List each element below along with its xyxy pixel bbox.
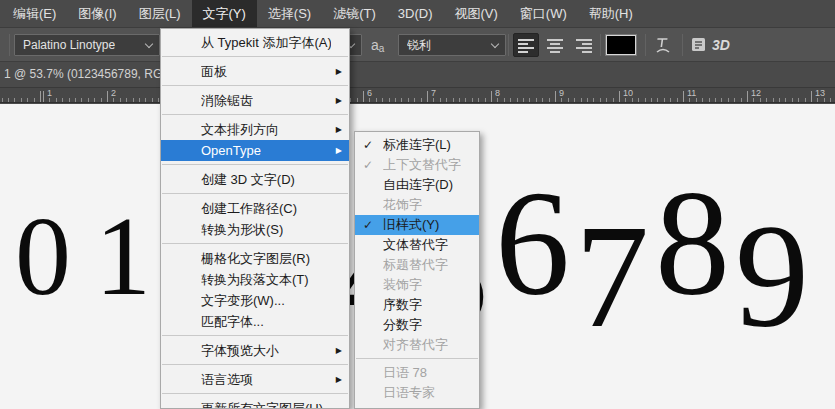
align-left-button[interactable] <box>513 33 539 57</box>
menu-item-opentype[interactable]: OpenType ▶ <box>161 140 349 161</box>
toggle-panels-button[interactable] <box>687 33 711 57</box>
submenu-item-swash[interactable]: 花饰字 <box>355 195 479 215</box>
menu-help[interactable]: 帮助(H) <box>578 0 644 27</box>
ruler-number: 11 <box>687 88 696 98</box>
chevron-down-icon <box>491 40 499 48</box>
menu-view[interactable]: 视图(V) <box>443 0 508 27</box>
menu-separator <box>161 390 349 398</box>
menu-image[interactable]: 图像(I) <box>67 0 127 27</box>
anti-alias-value: 锐利 <box>407 37 431 54</box>
digit-9: 9 <box>735 202 815 350</box>
horizontal-ruler[interactable]: 1 2 3 4 5 6 7 8 9 10 11 12 13 <box>0 88 835 103</box>
menu-item-create-3d-text[interactable]: 创建 3D 文字(D) <box>161 169 349 190</box>
menu-separator <box>161 161 349 169</box>
ruler-number: 10 <box>623 88 633 98</box>
threed-button[interactable]: 3D <box>712 37 730 53</box>
menu-item-orientation[interactable]: 文本排列方向 ▶ <box>161 119 349 140</box>
options-separator <box>645 34 646 56</box>
menu-item-add-fonts-from-typekit[interactable]: 从 Typekit 添加字体(A)... <box>161 32 349 53</box>
submenu-item-standard-ligatures[interactable]: ✓ 标准连字(L) <box>355 135 479 155</box>
submenu-item-oldstyle[interactable]: ✓ 旧样式(Y) <box>355 215 479 235</box>
align-center-button[interactable] <box>542 33 568 57</box>
menu-bar: 编辑(E) 图像(I) 图层(L) 文字(Y) 选择(S) 滤镜(T) 3D(D… <box>0 0 835 28</box>
menu-separator <box>161 82 349 90</box>
submenu-arrow-icon: ▶ <box>336 146 342 155</box>
check-icon: ✓ <box>363 138 373 152</box>
menu-separator <box>161 332 349 340</box>
submenu-arrow-icon: ▶ <box>336 125 342 134</box>
submenu-item-justification-alternates[interactable]: 对齐替代字 <box>355 335 479 355</box>
menu-item-update-all-text-layers[interactable]: 更新所有文字图层(U) <box>161 398 349 409</box>
ruler-number: 2 <box>111 88 116 98</box>
ruler-number: 8 <box>495 88 500 98</box>
warp-text-button[interactable] <box>651 33 675 57</box>
options-separator <box>9 34 10 56</box>
submenu-item-ornaments[interactable]: 装饰字 <box>355 275 479 295</box>
submenu-arrow-icon: ▶ <box>336 96 342 105</box>
font-family-select[interactable]: Palatino Linotype <box>14 34 160 56</box>
submenu-item-japanese-expert[interactable]: 日语专家 <box>355 383 479 403</box>
options-bar: Palatino Linotype aa 锐利 <box>0 28 835 62</box>
submenu-item-discretionary-ligatures[interactable]: 自由连字(D) <box>355 175 479 195</box>
menu-window[interactable]: 窗口(W) <box>509 0 578 27</box>
text-color-swatch[interactable] <box>606 35 636 55</box>
menu-item-match-font[interactable]: 匹配字体... <box>161 311 349 332</box>
check-icon: ✓ <box>363 158 373 172</box>
submenu-item-stylistic-alternates[interactable]: 文体替代字 <box>355 235 479 255</box>
menu-3d[interactable]: 3D(D) <box>387 0 444 27</box>
menu-item-convert-to-paragraph-text[interactable]: 转换为段落文本(T) <box>161 269 349 290</box>
align-right-button[interactable] <box>571 33 597 57</box>
ruler-number: 1 <box>47 88 52 98</box>
menu-separator <box>161 53 349 61</box>
menu-separator <box>355 355 479 363</box>
menu-separator <box>161 240 349 248</box>
ruler-number: 9 <box>559 88 564 98</box>
check-icon: ✓ <box>363 218 373 232</box>
digit-8: 8 <box>655 168 735 318</box>
align-center-icon <box>546 36 564 54</box>
ruler-number: 12 <box>751 88 761 98</box>
menu-type[interactable]: 文字(Y) <box>192 0 257 27</box>
options-separator <box>600 34 601 56</box>
warp-text-icon <box>653 35 673 55</box>
menu-item-convert-to-shape[interactable]: 转换为形状(S) <box>161 219 349 240</box>
menu-item-rasterize-type-layer[interactable]: 栅格化文字图层(R) <box>161 248 349 269</box>
digit-0: 0 <box>15 200 95 312</box>
submenu-arrow-icon: ▶ <box>336 67 342 76</box>
menu-separator <box>161 111 349 119</box>
options-separator <box>508 34 509 56</box>
submenu-arrow-icon: ▶ <box>336 346 342 355</box>
submenu-arrow-icon: ▶ <box>336 375 342 384</box>
menu-edit[interactable]: 编辑(E) <box>2 0 67 27</box>
ruler-number: 7 <box>431 88 436 98</box>
document-tab-bar: 1 @ 53.7% (0123456789, RG <box>0 62 835 88</box>
align-left-icon <box>517 36 535 54</box>
ruler-number: 13 <box>815 88 825 98</box>
menu-filter[interactable]: 滤镜(T) <box>322 0 387 27</box>
submenu-item-titling-alternates[interactable]: 标题替代字 <box>355 255 479 275</box>
menu-separator <box>161 361 349 369</box>
font-family-value: Palatino Linotype <box>23 38 115 52</box>
submenu-item-japanese-78[interactable]: 日语 78 <box>355 363 479 383</box>
anti-alias-select[interactable]: 锐利 <box>398 34 506 56</box>
document-tab[interactable]: 1 @ 53.7% (0123456789, RG <box>4 62 162 87</box>
menu-item-font-preview-size[interactable]: 字体预览大小 ▶ <box>161 340 349 361</box>
chevron-down-icon <box>145 40 153 48</box>
digit-7: 7 <box>575 202 655 350</box>
menu-select[interactable]: 选择(S) <box>257 0 322 27</box>
menu-item-warp-text[interactable]: 文字变形(W)... <box>161 290 349 311</box>
menu-item-panels[interactable]: 面板 ▶ <box>161 61 349 82</box>
photoshop-window: 0123456789 编辑(E) 图像(I) 图层(L) 文字(Y) 选择(S)… <box>0 0 835 409</box>
menu-item-language-options[interactable]: 语言选项 ▶ <box>161 369 349 390</box>
type-menu-panel: 从 Typekit 添加字体(A)... 面板 ▶ 消除锯齿 ▶ 文本排列方向 … <box>160 28 350 409</box>
digit-6: 6 <box>495 168 575 318</box>
submenu-item-fractions[interactable]: 分数字 <box>355 315 479 335</box>
submenu-item-contextual-alternates[interactable]: ✓ 上下文替代字 <box>355 155 479 175</box>
menu-item-create-work-path[interactable]: 创建工作路径(C) <box>161 198 349 219</box>
opentype-submenu-panel: ✓ 标准连字(L) ✓ 上下文替代字 自由连字(D) 花饰字 ✓ 旧样式(Y) … <box>354 131 480 409</box>
align-right-icon <box>575 36 593 54</box>
menu-item-anti-alias[interactable]: 消除锯齿 ▶ <box>161 90 349 111</box>
options-separator <box>682 34 683 56</box>
submenu-item-ordinals[interactable]: 序数字 <box>355 295 479 315</box>
menu-layer[interactable]: 图层(L) <box>128 0 192 27</box>
